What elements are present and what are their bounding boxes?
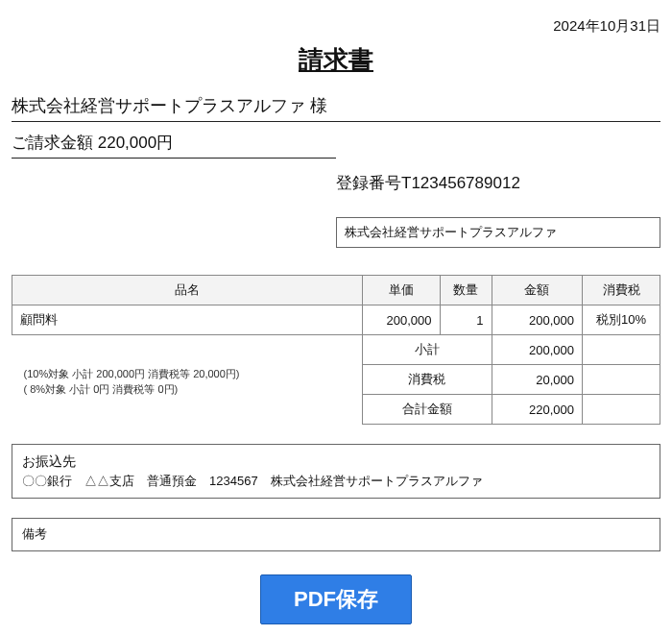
cell-tax: 税別10% [583,305,660,335]
remarks-title: 備考 [22,526,47,541]
billing-amount-value: 220,000円 [98,134,173,152]
table-header-row: 品名 単価 数量 金額 消費税 [12,276,660,305]
header-unit-price: 単価 [362,276,440,305]
subtotal-tax-blank [583,335,660,365]
billing-amount-label: ご請求金額 [12,134,93,152]
pdf-save-button[interactable]: PDF保存 [260,574,412,624]
issue-date: 2024年10月31日 [12,17,660,36]
bank-box: お振込先 〇〇銀行 △△支店 普通預金 1234567 株式会社経営サポートプラ… [12,444,660,499]
recipient-name: 株式会社経営サポートプラスアルファ 様 [12,94,660,122]
bank-line: 〇〇銀行 △△支店 普通預金 1234567 株式会社経営サポートプラスアルファ [22,472,650,492]
subtotal-value: 200,000 [492,335,583,365]
bank-title: お振込先 [22,451,650,472]
registration-label: 登録番号 [336,174,401,192]
breakdown-line-10: (10%対象 小計 200,000円 消費税等 20,000円) [24,366,354,382]
items-table: 品名 単価 数量 金額 消費税 顧問料 200,000 1 200,000 税別… [12,275,660,425]
registration-row: 登録番号T123456789012 [12,172,660,194]
header-amount: 金額 [492,276,583,305]
remarks-box: 備考 [12,518,660,551]
header-tax: 消費税 [583,276,660,305]
subtotal-row: (10%対象 小計 200,000円 消費税等 20,000円) ( 8%対象 … [12,335,660,365]
grand-blank [583,395,660,425]
cell-unit-price: 200,000 [362,305,440,335]
grand-label: 合計金額 [362,395,492,425]
breakdown-line-8: ( 8%対象 小計 0円 消費税等 0円) [24,381,354,398]
cell-amount: 200,000 [492,305,583,335]
tax-value: 20,000 [492,365,583,395]
cell-name: 顧問料 [12,305,363,335]
registration-number: T123456789012 [401,174,520,192]
billing-amount-row: ご請求金額 220,000円 [12,132,336,159]
tax-breakdown: (10%対象 小計 200,000円 消費税等 20,000円) ( 8%対象 … [20,362,354,398]
header-name: 品名 [12,276,363,305]
cell-qty: 1 [440,305,492,335]
issuer-box: 株式会社経営サポートプラスアルファ [336,217,660,248]
subtotal-label: 小計 [362,335,492,365]
tax-label: 消費税 [362,365,492,395]
table-row: 顧問料 200,000 1 200,000 税別10% [12,305,660,335]
grand-value: 220,000 [492,395,583,425]
document-title: 請求書 [12,43,660,77]
tax-blank [583,365,660,395]
header-qty: 数量 [440,276,492,305]
